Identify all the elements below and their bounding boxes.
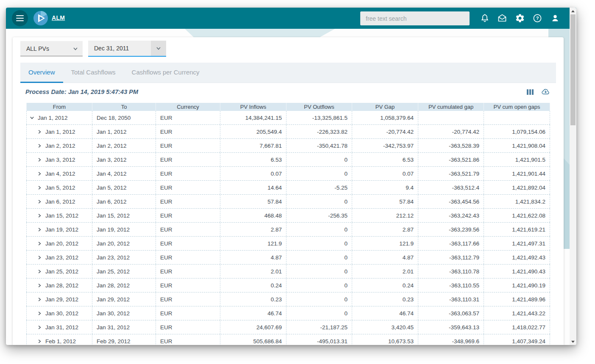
tab-cashflows-per-currency[interactable]: Cashflows per Currency — [124, 63, 208, 83]
pv-filter-value: ALL PVs — [26, 45, 49, 52]
scroll-down-arrow[interactable] — [570, 339, 576, 345]
table-cell: 6.53 — [220, 153, 286, 166]
expand-row-icon[interactable] — [37, 311, 42, 316]
collapse-row-icon[interactable] — [29, 115, 35, 121]
table-row[interactable]: Jan 23, 2012Jan 23, 2012EUR4.8704.87-363… — [26, 251, 550, 265]
table-cell: 0.23 — [352, 292, 418, 306]
expand-row-icon[interactable] — [37, 255, 42, 260]
table-cell: 0.07 — [220, 167, 286, 180]
tab-overview[interactable]: Overview — [20, 63, 63, 83]
table-row[interactable]: Feb 1, 2012Feb 29, 2012EUR505,686.84-495… — [26, 334, 550, 345]
table-row[interactable]: Jan 1, 2012Dec 18, 2050EUR14,384,241.15-… — [26, 111, 550, 125]
table-cell: EUR — [156, 265, 220, 278]
table-row[interactable]: Jan 2, 2012Jan 2, 2012EUR7,667.81-350,42… — [26, 139, 550, 153]
table-row[interactable]: Jan 28, 2012Jan 28, 2012EUR0.2400.24-363… — [26, 279, 550, 292]
table-cell: -363,521.79 — [418, 167, 484, 180]
messages-mail-icon[interactable] — [497, 13, 507, 23]
table-row[interactable]: Jan 4, 2012Jan 4, 2012EUR0.0700.07-363,5… — [26, 167, 550, 181]
expand-row-icon[interactable] — [37, 269, 42, 274]
column-header[interactable]: PV Gap — [352, 103, 418, 111]
table-cell: -226,323.82 — [286, 125, 352, 138]
expand-row-icon[interactable] — [37, 283, 42, 288]
cell-text: Jan 28, 2012 — [45, 282, 78, 289]
cell-text: Jan 6, 2012 — [45, 199, 75, 205]
column-header[interactable]: PV Outflows — [286, 103, 352, 111]
table-row[interactable]: Jan 25, 2012Jan 25, 2012EUR2.0102.01-363… — [26, 265, 550, 279]
user-account-icon[interactable] — [550, 13, 560, 23]
table-cell: EUR — [156, 292, 220, 306]
table-row[interactable]: Jan 5, 2012Jan 5, 2012EUR14.64-5.259.4-3… — [26, 181, 550, 195]
help-icon[interactable]: ? — [532, 13, 542, 23]
expand-row-icon[interactable] — [37, 185, 42, 190]
table-cell: 0 — [286, 265, 352, 278]
cell-text: Jan 3, 2012 — [45, 157, 75, 163]
table-cell: 4.87 — [352, 251, 418, 264]
tab-bar: OverviewTotal CashflowsCashflows per Cur… — [20, 63, 556, 83]
table-cell: 1,421,443.22 — [484, 306, 550, 320]
expand-row-icon[interactable] — [37, 213, 42, 218]
table-cell: 0 — [286, 153, 352, 166]
dropdown-arrow-box[interactable] — [151, 41, 166, 56]
table-cell: 121.9 — [220, 237, 286, 250]
expand-row-icon[interactable] — [37, 297, 42, 302]
cell-text: Jan 25, 2012 — [45, 268, 78, 275]
expand-row-icon[interactable] — [37, 171, 42, 176]
table-row[interactable]: Jan 6, 2012Jan 6, 2012EUR57.84057.84-363… — [26, 195, 550, 209]
table-row[interactable]: Jan 3, 2012Jan 3, 2012EUR6.5306.53-363,5… — [26, 153, 550, 167]
search-input[interactable] — [360, 11, 470, 25]
scrollbar-thumb[interactable] — [570, 14, 576, 125]
column-header[interactable]: Currency — [156, 103, 220, 111]
scroll-up-arrow[interactable] — [570, 8, 576, 14]
table-cell: -363,512.4 — [418, 181, 484, 194]
table-row[interactable]: Jan 1, 2012Jan 1, 2012EUR205,549.4-226,3… — [26, 125, 550, 139]
column-header[interactable]: PV cumulated gap — [418, 103, 484, 111]
settings-gear-icon[interactable] — [515, 13, 525, 23]
expand-row-icon[interactable] — [37, 241, 42, 246]
table-cell: 1,421,901.5 — [484, 153, 550, 166]
table-cell: Jan 28, 2012 — [92, 279, 156, 292]
table-row[interactable]: Jan 31, 2012Jan 31, 2012EUR24,607.69-21,… — [26, 320, 550, 334]
cell-text: Jan 19, 2012 — [45, 226, 78, 233]
cashflow-table: FromToCurrencyPV InflowsPV OutflowsPV Ga… — [26, 103, 550, 345]
table-row[interactable]: Jan 15, 2012Jan 15, 2012EUR468.48-256.35… — [26, 209, 550, 223]
expand-row-icon[interactable] — [37, 227, 42, 232]
expand-row-icon[interactable] — [37, 199, 42, 204]
menu-button[interactable] — [12, 10, 28, 26]
table-cell: Jan 5, 2012 — [92, 181, 156, 194]
app-window: ALM ? — [6, 8, 576, 345]
column-header[interactable]: PV cum open gaps — [484, 103, 550, 111]
app-logo-icon[interactable] — [33, 11, 48, 26]
expand-row-icon[interactable] — [37, 157, 42, 163]
expand-row-icon[interactable] — [37, 339, 42, 344]
app-name-link[interactable]: ALM — [52, 14, 65, 21]
table-cell: 2.87 — [220, 223, 286, 236]
table-cell: 0 — [286, 292, 352, 306]
expand-row-icon[interactable] — [37, 129, 42, 135]
pv-filter-dropdown[interactable]: ALL PVs — [20, 41, 83, 56]
table-cell: -359,643.13 — [418, 320, 484, 334]
cell-text: Jan 1, 2012 — [45, 129, 75, 135]
cell-text: Jan 23, 2012 — [45, 254, 78, 261]
table-cell: 0.07 — [352, 167, 418, 180]
table-row[interactable]: Jan 30, 2012Jan 30, 2012EUR46.74046.74-3… — [26, 306, 550, 320]
table-cell: 14,384,241.15 — [220, 111, 286, 124]
table-cell: Jan 1, 2012 — [26, 111, 92, 124]
expand-row-icon[interactable] — [37, 143, 42, 149]
tab-total-cashflows[interactable]: Total Cashflows — [63, 63, 124, 83]
table-cell: -21,187.25 — [286, 320, 352, 334]
date-filter-dropdown[interactable]: Dec 31, 2011 — [88, 41, 166, 57]
table-row[interactable]: Jan 20, 2012Jan 20, 2012EUR121.90121.9-3… — [26, 237, 550, 251]
table-row[interactable]: Jan 29, 2012Jan 29, 2012EUR0.2300.23-363… — [26, 292, 550, 306]
column-settings-button[interactable] — [527, 88, 534, 96]
table-cell: 0.24 — [220, 279, 286, 292]
expand-row-icon[interactable] — [37, 325, 42, 330]
table-row[interactable]: Jan 19, 2012Jan 19, 2012EUR2.8702.87-363… — [26, 223, 550, 237]
column-header[interactable]: PV Inflows — [220, 103, 286, 111]
notifications-bell-icon[interactable] — [480, 13, 490, 23]
vertical-scrollbar[interactable] — [570, 8, 576, 345]
download-button[interactable] — [541, 88, 550, 96]
table-cell: 10,673.53 — [352, 334, 418, 345]
column-header[interactable]: From — [26, 103, 92, 111]
table-cell: EUR — [156, 237, 220, 250]
column-header[interactable]: To — [92, 103, 156, 111]
